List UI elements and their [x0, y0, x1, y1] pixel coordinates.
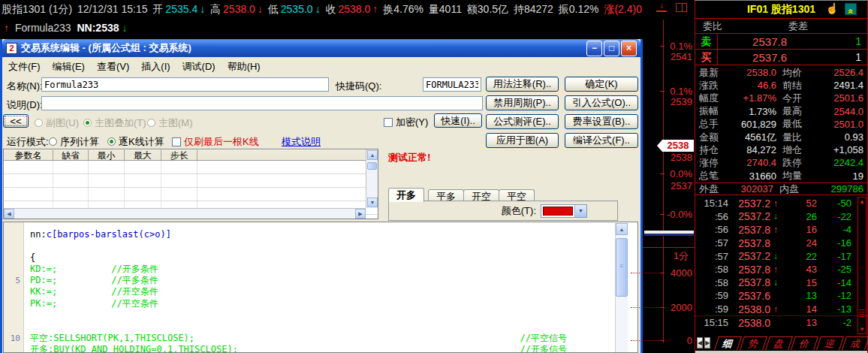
- menu-help[interactable]: 帮助(H): [228, 60, 261, 74]
- hand-cursor-icon[interactable]: ☝: [826, 2, 839, 14]
- param-table-vscrollbar[interactable]: ▲ ▼: [366, 149, 378, 208]
- tick-delta: -17: [817, 251, 851, 262]
- editor-vscrollbar[interactable]: ▲ ≡: [615, 223, 628, 352]
- radio-overlay[interactable]: 主图叠加(T): [83, 116, 146, 130]
- radio-mainchart[interactable]: 主图(M): [147, 116, 193, 130]
- tick-list[interactable]: 15:142537.2↑52-50:562537.2↓26-22:562537.…: [695, 195, 867, 335]
- tab-trend[interactable]: 势: [740, 336, 767, 350]
- tick-volume: 26: [781, 211, 817, 222]
- close-button[interactable]: ×: [621, 41, 637, 56]
- encrypt-checkbox[interactable]: 加密(Y): [384, 116, 428, 129]
- menu-edit[interactable]: 编辑(E): [53, 60, 85, 74]
- scroll-left-icon[interactable]: ◀: [4, 209, 14, 219]
- menu-insert[interactable]: 插入(I): [141, 60, 170, 74]
- hotkey-input[interactable]: [423, 77, 481, 92]
- tab-orders[interactable]: 盘: [765, 336, 793, 350]
- tab-price[interactable]: 价: [791, 336, 818, 350]
- bid-row[interactable]: 买 2537.6 1: [695, 50, 867, 65]
- maximize-button[interactable]: □: [604, 41, 619, 56]
- color-dropdown[interactable]: ▼: [541, 204, 587, 218]
- code-line: {: [4, 252, 637, 264]
- menu-file[interactable]: 文件(F): [8, 60, 41, 74]
- expand-panel-button[interactable]: «: [845, 3, 857, 15]
- radio-subchart-label: 副图(U): [46, 117, 79, 128]
- apply-to-chart-button[interactable]: 应用于图(A): [486, 133, 559, 148]
- desc-input[interactable]: [41, 96, 483, 110]
- ask-row[interactable]: 卖 2537.8 1: [695, 34, 867, 50]
- collapse-button[interactable]: <<: [3, 114, 29, 128]
- scroll-right-icon[interactable]: ▶: [355, 209, 366, 219]
- menu-view[interactable]: 查看(V): [97, 60, 129, 74]
- ok-button[interactable]: 确定(K): [565, 77, 638, 92]
- stat-label: 振幅: [699, 104, 727, 118]
- tick-price: 2537.8: [728, 264, 770, 276]
- triangle-down-icon[interactable]: ▼: [858, 326, 866, 333]
- menu-debug[interactable]: 调试(D): [182, 60, 215, 74]
- code-text: PK:=; //平空条件: [24, 298, 158, 309]
- radio-subchart[interactable]: 副图(U): [35, 116, 79, 130]
- param-table-hscrollbar[interactable]: ◀ ▶: [4, 208, 366, 219]
- split-window-icon[interactable]: [676, 3, 687, 12]
- encrypt-checkbox-box: [384, 118, 393, 127]
- radio-bar-calc[interactable]: 逐K线计算: [107, 135, 164, 149]
- usage-note-button[interactable]: 用法注释(R)..: [486, 77, 559, 92]
- evaluate-button[interactable]: 公式测评(E)..: [486, 114, 559, 129]
- mode-help-link[interactable]: 模式说明: [282, 135, 321, 149]
- axis-price-label: 2537: [671, 180, 692, 192]
- tick-volume: 43: [781, 264, 817, 275]
- code-text: [24, 309, 30, 321]
- scroll-down-icon[interactable]: ▼: [367, 198, 378, 207]
- quote-tabs: 细 势 盘 价 逆 成: [716, 336, 868, 350]
- import-formula-button[interactable]: 引入公式(O)..: [565, 95, 638, 110]
- code-text: PD:=; //平多条件: [24, 275, 158, 286]
- tab-close-long[interactable]: 平多: [428, 189, 464, 201]
- disable-period-button[interactable]: 禁用周期(P)..: [486, 95, 559, 110]
- next-page-button[interactable]: ▶: [704, 337, 710, 348]
- editor-scrollbar-thumb[interactable]: ≡: [616, 238, 628, 297]
- tab-open-short[interactable]: 开空: [463, 189, 499, 201]
- code-line: [4, 240, 637, 252]
- ask-price: 2537.8: [718, 35, 787, 48]
- chevron-down-icon[interactable]: ▼: [574, 205, 586, 217]
- radio-seq-circle: [49, 137, 57, 146]
- stat-label: 金额: [699, 131, 727, 144]
- name-input[interactable]: [41, 77, 329, 92]
- minimize-button[interactable]: −: [586, 41, 602, 56]
- wai-label: 外盘: [699, 183, 727, 196]
- nn-arrow-icon: ↓: [122, 22, 128, 34]
- col-max: 最大: [125, 149, 161, 160]
- code-editor[interactable]: nn:c[barpos-barslast(c>o)]{KD:=; //开多条件5…: [3, 222, 638, 353]
- refresh-last-checkbox[interactable]: 仅刷最后一根K线: [172, 135, 259, 149]
- quick-button[interactable]: 快速(I)..: [434, 113, 482, 128]
- line-number: [4, 229, 24, 240]
- radio-seq-calc[interactable]: 序列计算: [49, 135, 99, 149]
- axis-pct-label: 0.0%: [670, 168, 692, 180]
- scroll-handle[interactable]: [644, 231, 694, 236]
- scroll-up-icon[interactable]: ▲: [367, 150, 378, 160]
- code-segment: PD:=; //平多条件: [30, 275, 158, 285]
- tab-reverse[interactable]: 逆: [816, 336, 844, 350]
- compile-button[interactable]: 编译公式(F)..: [565, 133, 638, 148]
- quote-panel: IF01 股指1301 ☝ « 委比 委差 卖 2537.8 1 买 2537.…: [695, 0, 868, 353]
- fee-settings-button[interactable]: 费率设置(B)..: [565, 114, 638, 129]
- formula-editor-dialog: 2 交易系统编辑 - (所属公式组 : 交易系统) − □ × 文件(F) 编辑…: [0, 39, 643, 353]
- triangle-up-icon[interactable]: ▲: [858, 198, 866, 205]
- high-arrow-icon: ↓: [258, 3, 263, 15]
- stat-value: 2491.4: [810, 80, 863, 91]
- tab-detail[interactable]: 细: [714, 336, 742, 350]
- scrollbar-thumb[interactable]: [367, 162, 377, 170]
- prev-page-button[interactable]: ◀: [697, 337, 703, 348]
- dialog-titlebar[interactable]: 2 交易系统编辑 - (所属公式组 : 交易系统) − □ ×: [2, 39, 640, 57]
- app-icon: 2: [6, 43, 17, 54]
- code-line: [4, 309, 637, 321]
- tab-close-short[interactable]: 平空: [499, 189, 535, 201]
- scroll-up-icon[interactable]: ▲: [616, 223, 628, 235]
- nei-value: 299786: [807, 183, 863, 195]
- sort-arrow-icon[interactable]: ↓: [656, 1, 667, 12]
- tab-open-long[interactable]: 开多: [388, 188, 424, 202]
- tick-scrollbar[interactable]: ▲ ▼: [857, 197, 866, 334]
- stat-value: 2740.4: [727, 157, 776, 168]
- stat-value: +1,058: [810, 144, 863, 155]
- stat-value: 46.6: [727, 80, 776, 91]
- tab-done[interactable]: 成: [842, 336, 868, 350]
